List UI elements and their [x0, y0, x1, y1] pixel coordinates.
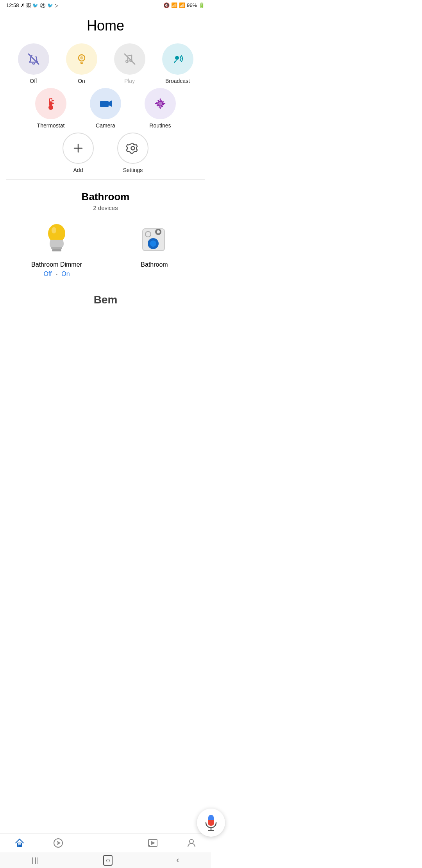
smart-device-icon	[139, 221, 170, 256]
svg-rect-26	[51, 247, 62, 249]
notif-icon5: 🐦	[47, 3, 53, 8]
quick-actions-row2: Thermostat Camera Routine	[0, 88, 211, 129]
battery-icon: 🔋	[198, 2, 205, 8]
device-dimmer[interactable]: Bathroom Dimmer Off ● On	[13, 219, 101, 278]
toggle-on-btn[interactable]: On	[61, 271, 70, 278]
action-routines[interactable]: Routines	[145, 88, 176, 129]
broadcast-icon	[170, 51, 186, 67]
action-settings[interactable]: Settings	[117, 133, 148, 173]
routines-icon	[152, 96, 168, 111]
room-device-count: 2 devices	[9, 204, 202, 211]
broadcast-circle	[162, 43, 193, 75]
bathroom-name: Bathroom	[141, 261, 168, 268]
svg-point-24	[131, 147, 135, 150]
action-thermostat[interactable]: Thermostat	[35, 88, 66, 129]
play-circle	[114, 43, 145, 75]
signal-icon: 📶	[179, 2, 185, 8]
svg-point-21	[159, 102, 162, 105]
broadcast-label: Broadcast	[165, 78, 190, 84]
dimmer-toggle: Off ● On	[43, 271, 70, 278]
action-on[interactable]: On	[66, 43, 97, 84]
routines-label: Routines	[149, 122, 171, 129]
camera-label: Camera	[96, 122, 115, 129]
dimmer-bulb-icon	[41, 221, 72, 256]
music-off-icon	[123, 52, 137, 66]
routines-circle	[145, 88, 176, 119]
thermostat-icon	[43, 96, 59, 111]
svg-point-4	[126, 60, 128, 63]
notif-icon6: ▷	[55, 3, 58, 8]
quick-actions-row1: Off On Play	[0, 43, 211, 84]
action-camera[interactable]: Camera	[90, 88, 121, 129]
svg-rect-13	[100, 101, 109, 107]
bathroom-section: Bathroom 2 devices Bathroom Dimmer	[0, 183, 211, 278]
notif-icon2: 🖼	[26, 3, 31, 8]
action-add[interactable]: Add	[63, 133, 94, 173]
status-bar: 12:58 ✗ 🖼 🐦 ⚽ 🐦 ▷ 🔇 📶 📶 96% 🔋	[0, 0, 211, 10]
gear-icon	[126, 142, 139, 155]
settings-label: Settings	[123, 167, 143, 173]
settings-circle	[117, 133, 148, 164]
add-label: Add	[73, 167, 83, 173]
quick-actions-row3: Add Settings	[0, 133, 211, 173]
on-circle	[66, 43, 97, 75]
section-divider2	[6, 284, 205, 284]
svg-point-9	[48, 105, 53, 110]
mute-icon: 🔇	[163, 2, 170, 8]
bathroom-icon-area	[135, 219, 174, 258]
dimmer-icon-area	[37, 219, 76, 258]
status-left: 12:58 ✗ 🖼 🐦 ⚽ 🐦 ▷	[6, 2, 58, 8]
bulb-on-icon	[74, 52, 89, 66]
off-circle	[18, 43, 49, 75]
svg-point-2	[80, 56, 83, 59]
action-play[interactable]: Play	[114, 43, 145, 84]
dimmer-name: Bathroom Dimmer	[31, 261, 82, 268]
notif-icon3: 🐦	[32, 3, 38, 8]
svg-rect-27	[52, 249, 61, 251]
notif-icon4: ⚽	[40, 3, 46, 8]
on-label: On	[78, 78, 85, 84]
partial-text: Be­­­­m	[94, 294, 118, 306]
status-time: 12:58	[6, 2, 19, 8]
device-bathroom[interactable]: Bathroom	[110, 219, 198, 278]
partial-section: Be­­­­m	[0, 287, 211, 306]
off-label: Off	[30, 78, 37, 84]
svg-point-28	[52, 227, 56, 233]
action-off[interactable]: Off	[18, 43, 49, 84]
svg-marker-14	[109, 100, 112, 107]
page-title: Home	[0, 10, 211, 43]
camera-icon	[98, 96, 113, 111]
no-bell-icon	[27, 52, 41, 66]
camera-circle	[90, 88, 121, 119]
toggle-separator: ●	[55, 273, 57, 276]
device-row: Bathroom Dimmer Off ● On	[9, 219, 202, 278]
section-divider	[6, 179, 205, 180]
action-broadcast[interactable]: Broadcast	[162, 43, 193, 84]
room-title: Bathroom	[9, 191, 202, 203]
wifi-icon: 📶	[171, 2, 177, 8]
play-label: Play	[124, 78, 135, 84]
add-circle	[63, 133, 94, 164]
plus-icon	[72, 142, 84, 154]
thermostat-label: Thermostat	[37, 122, 65, 129]
notif-icon1: ✗	[21, 3, 25, 8]
svg-point-32	[157, 230, 160, 233]
toggle-off-btn[interactable]: Off	[43, 271, 52, 278]
thermostat-circle	[35, 88, 66, 119]
battery-percent: 96%	[187, 2, 197, 8]
svg-point-34	[150, 240, 156, 247]
svg-point-6	[175, 56, 179, 60]
status-right: 🔇 📶 📶 96% 🔋	[163, 2, 205, 8]
